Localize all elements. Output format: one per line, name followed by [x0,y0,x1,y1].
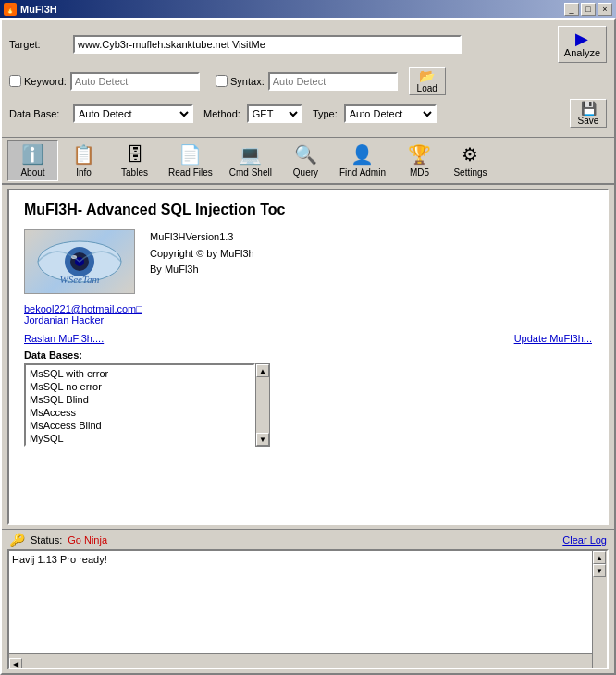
read-files-icon: 📄 [179,143,202,166]
list-item: MySQL [28,432,252,445]
raslan-link[interactable]: Raslan MuFl3h.... [24,333,104,344]
list-item: MsSQL with error [28,367,252,380]
maximize-button[interactable]: □ [581,3,596,16]
toolbar-cmd-shell[interactable]: 💻 Cmd Shell [221,140,280,181]
syntax-input[interactable] [268,72,398,91]
target-input[interactable] [73,35,462,54]
log-scroll-up-button[interactable]: ▲ [593,551,606,564]
keyword-checkbox-label[interactable]: Keyword: [9,75,67,87]
about-links: bekool221@hotmail.com□ Jordanian Hacker [9,298,607,331]
read-files-label: Read Files [168,167,213,178]
toolbar-settings[interactable]: ⚙ Settings [445,140,496,181]
db-label: Data Base: [9,108,69,119]
db-list-container: MsSQL with errorMsSQL no errorMsSQL Blin… [24,363,592,447]
keyword-checkbox[interactable] [9,75,21,87]
about-info: MuFl3HVersion1.3 Copyright © by MuFl3h B… [150,229,254,278]
scroll-up-button[interactable]: ▲ [256,364,269,377]
keyword-syntax-row: Keyword: Syntax: 📂 Load [9,67,607,95]
info-label: Info [76,167,92,178]
copyright-text: Copyright © by MuFl3h [150,246,254,263]
log-scrollbar-vertical[interactable]: ▲ ▼ [592,551,607,668]
save-area: 💾 Save [570,99,607,128]
find-admin-label: Find Admin [339,167,386,178]
log-area[interactable]: Havij 1.13 Pro ready! ▲ ▼ ◀ ▶ [7,549,609,669]
list-item: MsAccess [28,406,252,419]
db-list[interactable]: MsSQL with errorMsSQL no errorMsSQL Blin… [24,363,255,447]
keyword-label: Keyword: [24,76,67,87]
database-select[interactable]: Auto Detect [73,104,193,123]
load-label: Load [417,83,437,93]
settings-icon: ⚙ [462,143,478,166]
logo-svg: WSeeTam [33,237,126,288]
tables-label: Tables [121,167,148,178]
main-window: Target: ▶ Analyze Keyword: Syntax: [0,18,616,675]
about-update-row: Raslan MuFl3h.... Update MuFl3h... [9,333,607,344]
about-icon: ℹ️ [21,143,44,166]
analyze-arrow-icon: ▶ [575,31,588,47]
db-method-row: Data Base: Auto Detect Method: GET POST … [9,99,607,128]
load-button[interactable]: 📂 Load [409,67,446,95]
type-select[interactable]: Auto Detect [344,104,437,123]
toolbar-info[interactable]: 📋 Info [58,140,109,181]
hacker-link[interactable]: Jordanian Hacker [24,314,592,325]
titlebar: 🔥 MuFI3H _ □ × [0,0,616,18]
svg-text:WSeeTam: WSeeTam [60,274,100,285]
keyword-input[interactable] [70,72,200,91]
log-scroll-left-button[interactable]: ◀ [9,658,22,670]
toolbar-tables[interactable]: 🗄 Tables [109,140,160,181]
log-text: Havij 1.13 Pro ready! [12,554,107,565]
log-scrollbar-horizontal[interactable]: ◀ ▶ [9,653,592,668]
toolbar: ℹ️ About 📋 Info 🗄 Tables 📄 Read Files 💻 … [2,138,614,185]
analyze-label: Analyze [564,47,600,58]
app-icon: 🔥 [4,3,17,16]
find-admin-icon: 👤 [351,143,374,166]
md5-label: MD5 [410,167,429,178]
by-text: By MuFl3h [150,262,254,278]
about-body: WSeeTam MuFl3HVersion1.3 Copyright © by … [9,226,607,298]
log-scroll-down-button[interactable]: ▼ [593,564,606,577]
save-icon: 💾 [581,101,597,116]
status-icon: 🔑 [9,533,25,547]
status-value: Go Ninja [68,534,107,546]
minimize-button[interactable]: _ [564,3,579,16]
email-link[interactable]: bekool221@hotmail.com□ [24,303,592,314]
toolbar-about[interactable]: ℹ️ About [7,140,58,181]
list-item: MsAccess Blind [28,419,252,432]
syntax-checkbox[interactable] [216,75,228,87]
query-icon: 🔍 [294,143,317,166]
update-link[interactable]: Update MuFl3h... [514,333,592,344]
type-label: Type: [313,108,338,119]
version-text: MuFl3HVersion1.3 [150,229,254,246]
db-scrollbar: ▲ ▼ [255,363,270,447]
list-item: MsSQL no error [28,380,252,393]
log-scroll-track-h [25,654,582,667]
load-save-area: 📂 Load [409,67,446,95]
query-label: Query [293,167,318,178]
close-button[interactable]: × [598,3,612,16]
titlebar-left: 🔥 MuFI3H [4,3,57,16]
target-label: Target: [9,39,69,50]
content-area: MuFI3H- Advanced SQL Injection Toc WSeeT… [7,189,609,525]
analyze-button[interactable]: ▶ Analyze [558,26,607,63]
toolbar-read-files[interactable]: 📄 Read Files [160,140,221,181]
window-title: MuFI3H [20,4,57,15]
status-label: Status: [31,534,62,546]
target-row: Target: ▶ Analyze [9,26,607,63]
method-label: Method: [203,108,240,119]
about-title: MuFI3H- Advanced SQL Injection Toc [9,190,607,226]
status-left: 🔑 Status: Go Ninja [9,533,107,547]
info-icon: 📋 [72,143,95,166]
about-label: About [20,167,44,178]
save-label: Save [578,116,599,126]
toolbar-query[interactable]: 🔍 Query [280,140,331,181]
toolbar-find-admin[interactable]: 👤 Find Admin [331,140,394,181]
scroll-down-button[interactable]: ▼ [256,433,269,446]
method-select[interactable]: GET POST [247,104,302,123]
settings-label: Settings [453,167,487,178]
clear-log-button[interactable]: Clear Log [562,534,607,546]
syntax-checkbox-label[interactable]: Syntax: [216,75,265,87]
cmd-shell-label: Cmd Shell [229,167,272,178]
save-button[interactable]: 💾 Save [570,99,607,128]
toolbar-md5[interactable]: 🏆 MD5 [394,140,445,181]
syntax-label: Syntax: [230,76,265,87]
